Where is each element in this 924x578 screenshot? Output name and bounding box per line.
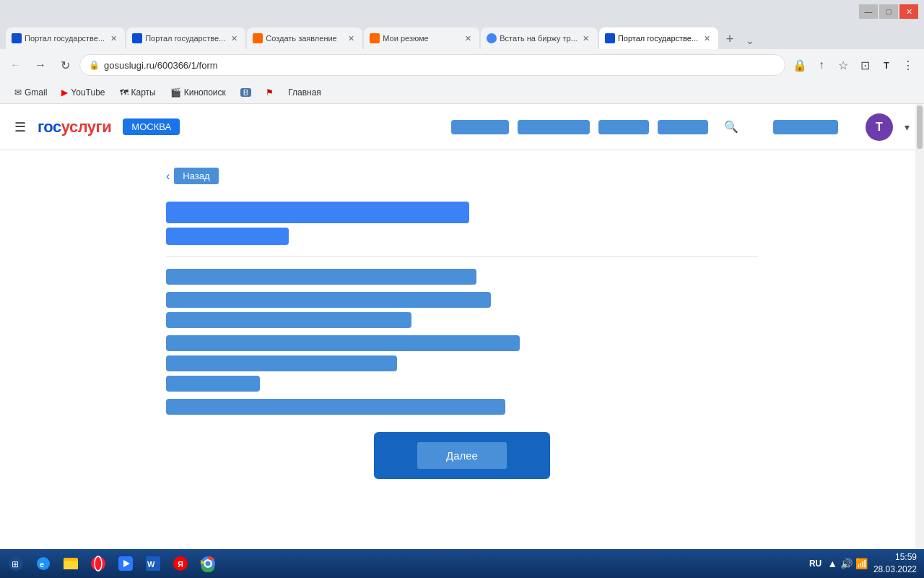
user-avatar[interactable]: Т	[866, 113, 893, 141]
taskbar-clock: 15:59 28.03.2022	[873, 551, 917, 576]
tab-3-close[interactable]: ✕	[345, 33, 357, 44]
tab-2-favicon	[132, 33, 142, 43]
flag-icon: ⚑	[266, 87, 274, 98]
back-nav-button[interactable]: ←	[6, 55, 26, 75]
maximize-button[interactable]: □	[879, 4, 898, 19]
location-label: МОСКВА	[131, 121, 171, 132]
tab-overflow-button[interactable]: ⌄	[741, 32, 759, 49]
nav-item-4[interactable]	[658, 120, 708, 134]
reload-button[interactable]: ↻	[55, 55, 75, 75]
scrollbar-thumb[interactable]	[917, 105, 923, 149]
vk-icon: В	[240, 88, 251, 97]
taskbar-date-value: 28.03.2022	[873, 564, 917, 576]
tab-5-favicon	[487, 33, 497, 43]
logo-part2: услуги	[61, 118, 112, 136]
tab-4-close[interactable]: ✕	[462, 33, 474, 44]
chrome-icon[interactable]	[195, 551, 221, 577]
gmail-label: Gmail	[25, 87, 47, 98]
nav-item-2[interactable]	[518, 120, 590, 134]
tab-3[interactable]: Создать заявление ✕	[247, 27, 362, 49]
tab-1[interactable]: Портал государстве... ✕	[6, 27, 125, 49]
title-block-sub	[166, 228, 289, 245]
bookmark-kinopoisk[interactable]: 🎬 Кинопоиск	[165, 86, 232, 99]
browser-window: — □ ✕ Портал государстве... ✕ Портал гос…	[0, 0, 924, 549]
back-button-label[interactable]: Назад	[174, 168, 218, 184]
share-button[interactable]: ↑	[811, 55, 832, 75]
new-tab-button[interactable]: +	[720, 29, 740, 49]
taskbar-left: ⊞ e W Я	[0, 551, 221, 577]
logo-part1: гос	[38, 118, 61, 136]
windows-taskbar: ⊞ e W Я RU ▲ 🔊 📶	[0, 549, 924, 578]
tab-6-active[interactable]: Портал государстве... ✕	[599, 27, 718, 49]
submit-button[interactable]: Далее	[374, 432, 550, 479]
lock-icon: 🔒	[89, 60, 100, 70]
hamburger-menu[interactable]: ☰	[14, 119, 26, 135]
tab-4-favicon	[370, 33, 380, 43]
back-navigation[interactable]: ‹ Назад	[166, 168, 758, 184]
bookmark-gmail[interactable]: ✉ Gmail	[9, 86, 53, 99]
submit-btn-inner: Далее	[417, 442, 507, 469]
svg-text:Я: Я	[178, 560, 183, 569]
site-header: ☰ госуслуги МОСКВА 🔍 Т ▾	[0, 104, 924, 150]
svg-text:W: W	[147, 560, 155, 569]
forward-nav-button[interactable]: →	[30, 55, 51, 75]
minimize-button[interactable]: —	[859, 4, 878, 19]
url-text: gosuslugi.ru/600366/1/form	[104, 60, 776, 71]
bookmark-youtube[interactable]: ▶ YouTube	[56, 86, 110, 99]
window-button[interactable]: ⊡	[855, 55, 875, 75]
bookmark-home[interactable]: Главная	[282, 86, 327, 99]
tab-bar: Портал государстве... ✕ Портал государст…	[0, 23, 924, 49]
svg-text:e: e	[40, 560, 44, 569]
tab-2-close[interactable]: ✕	[228, 33, 240, 44]
search-button[interactable]: 🔍	[720, 116, 743, 139]
content-row-3c	[166, 376, 260, 392]
content-row-4	[166, 399, 505, 415]
address-bar[interactable]: 🔒 gosuslugi.ru/600366/1/form	[79, 54, 785, 76]
header-location-badge[interactable]: МОСКВА	[123, 118, 180, 135]
tab-1-close[interactable]: ✕	[108, 33, 119, 44]
gmail-icon: ✉	[14, 87, 22, 98]
content-row-3b	[166, 355, 397, 371]
youtube-icon: ▶	[61, 87, 68, 98]
bookmark-maps[interactable]: 🗺 Карты	[114, 86, 162, 99]
header-nav	[451, 120, 708, 134]
tab-6-close[interactable]: ✕	[701, 33, 712, 44]
tab-5[interactable]: Встать на биржу тр... ✕	[481, 27, 598, 49]
nav-item-1[interactable]	[451, 120, 509, 134]
content-row-1	[166, 269, 476, 285]
tab-4-title: Мои резюме	[383, 34, 459, 43]
tab-5-close[interactable]: ✕	[580, 33, 592, 44]
profile-button[interactable]: T	[876, 55, 897, 75]
tab-4[interactable]: Мои резюме ✕	[364, 27, 479, 49]
main-content-area: ‹ Назад	[137, 150, 787, 496]
word-icon[interactable]: W	[140, 551, 166, 577]
nav-item-5[interactable]	[773, 120, 838, 134]
tab-2[interactable]: Портал государстве... ✕	[126, 27, 245, 49]
bookmark-vk[interactable]: В	[235, 87, 257, 98]
chrome-actions: 🔒 ↑ ☆ ⊡ T ⋮	[790, 55, 918, 75]
svg-point-16	[206, 561, 211, 566]
opera-icon[interactable]	[85, 551, 111, 577]
ie-icon[interactable]: e	[30, 551, 56, 577]
taskbar-time-value: 15:59	[873, 551, 917, 564]
title-section	[166, 202, 758, 245]
tab-1-favicon	[12, 33, 22, 43]
section-divider	[166, 256, 758, 257]
user-menu-chevron[interactable]: ▾	[905, 121, 910, 133]
menu-button[interactable]: ⋮	[898, 55, 918, 75]
nav-item-3[interactable]	[598, 120, 649, 134]
taskbar-lang: RU	[809, 558, 821, 569]
tab-6-title: Портал государстве...	[618, 34, 698, 43]
scrollbar[interactable]	[915, 104, 924, 549]
bookmark-flag[interactable]: ⚑	[260, 86, 279, 99]
svg-point-6	[91, 556, 105, 571]
bookmark-button[interactable]: ☆	[833, 55, 853, 75]
taskbar-icons: ▲ 🔊 📶	[827, 558, 868, 569]
maps-icon: 🗺	[120, 87, 128, 98]
start-button[interactable]: ⊞	[3, 551, 29, 577]
extension-button[interactable]: 🔒	[790, 55, 810, 75]
yandex-browser-icon[interactable]: Я	[167, 551, 193, 577]
file-explorer-icon[interactable]	[58, 551, 84, 577]
close-button[interactable]: ✕	[899, 4, 918, 19]
media-player-icon[interactable]	[113, 551, 139, 577]
